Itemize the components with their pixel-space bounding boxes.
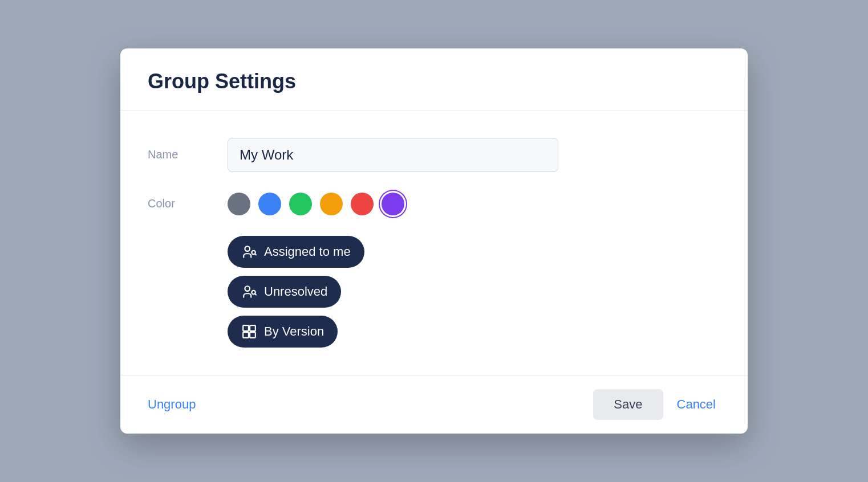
color-swatch-gray[interactable] — [228, 193, 250, 215]
filter-chip-unresolved[interactable]: Unresolved — [228, 276, 341, 308]
filter-chip-unresolved-label: Unresolved — [264, 284, 327, 299]
filter-chip-assigned-to-me-label: Assigned to me — [264, 244, 351, 259]
cancel-button[interactable]: Cancel — [672, 389, 720, 420]
svg-rect-9 — [250, 332, 255, 338]
group-settings-dialog: Group Settings Name Color — [120, 48, 748, 433]
svg-rect-6 — [243, 325, 249, 331]
color-swatch-yellow[interactable] — [320, 193, 343, 215]
svg-line-5 — [255, 293, 256, 295]
dialog-backdrop: Group Settings Name Color — [0, 0, 868, 482]
name-row: Name — [148, 138, 720, 172]
color-row: Color — [148, 193, 720, 215]
dialog-title: Group Settings — [148, 69, 720, 93]
ungroup-button[interactable]: Ungroup — [148, 393, 196, 416]
person-search-icon — [241, 244, 257, 260]
color-swatch-green[interactable] — [289, 193, 312, 215]
name-label: Name — [148, 148, 228, 161]
filter-options: Assigned to me Unresolved — [228, 236, 720, 348]
svg-point-3 — [245, 286, 250, 291]
filter-chip-by-version[interactable]: By Version — [228, 316, 338, 348]
unresolved-icon — [241, 284, 257, 300]
save-button[interactable]: Save — [593, 389, 663, 420]
dialog-body: Name Color — [120, 111, 748, 375]
color-options — [228, 193, 404, 215]
version-grid-icon — [241, 324, 257, 340]
svg-rect-7 — [250, 325, 255, 331]
color-swatch-red[interactable] — [351, 193, 374, 215]
dialog-footer: Ungroup Save Cancel — [120, 375, 748, 434]
color-swatch-purple[interactable] — [382, 193, 404, 215]
svg-line-2 — [255, 254, 256, 255]
footer-actions: Save Cancel — [593, 389, 720, 420]
color-label: Color — [148, 197, 228, 210]
filter-chip-by-version-label: By Version — [264, 324, 324, 339]
name-input[interactable] — [228, 138, 558, 172]
svg-rect-8 — [243, 332, 249, 338]
dialog-header: Group Settings — [120, 48, 748, 110]
filter-chip-assigned-to-me[interactable]: Assigned to me — [228, 236, 364, 268]
svg-point-0 — [245, 246, 250, 251]
color-swatch-blue[interactable] — [258, 193, 281, 215]
